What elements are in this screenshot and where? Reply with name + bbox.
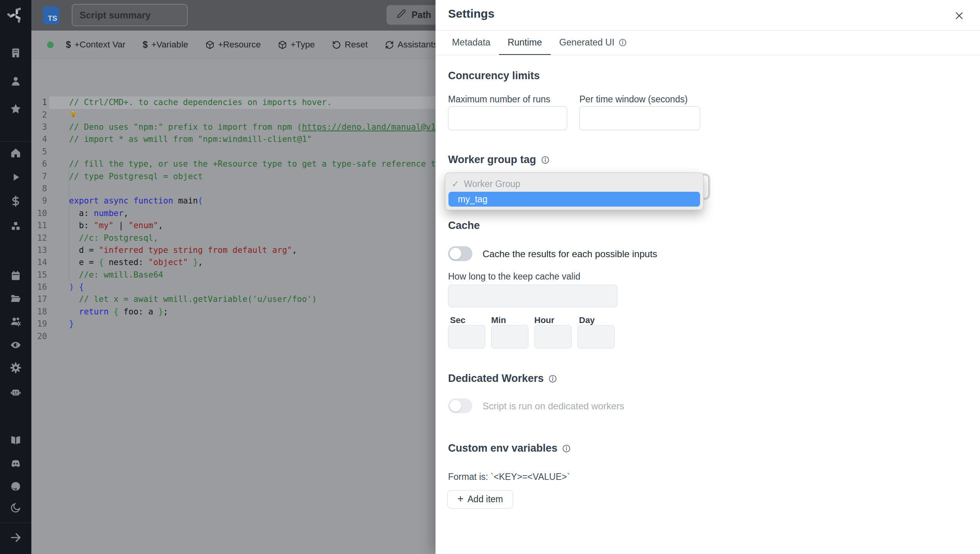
info-icon [562,444,571,453]
arrow-right-icon[interactable] [0,531,31,544]
boxes-icon[interactable] [0,220,31,232]
tab-runtime[interactable]: Runtime [499,31,551,55]
info-icon [619,38,627,47]
assistants-button[interactable]: Assistants ( [385,40,443,50]
cache-heading: Cache [448,220,480,232]
dropdown-option-worker-group[interactable]: ✓ Worker Group [445,176,703,192]
add-resource-button[interactable]: +Resource [205,40,261,50]
cube-icon [278,40,287,49]
cube-icon [205,40,214,49]
cache-toggle[interactable] [448,246,472,261]
time-window-input[interactable] [579,106,700,130]
day-label: Day [579,315,595,325]
max-runs-input[interactable] [448,106,567,130]
dollar-icon: $ [143,40,148,50]
tab-generated-ui[interactable]: Generated UI [551,31,635,55]
sec-label: Sec [450,315,465,325]
custom-env-heading: Custom env variables [448,442,571,454]
day-input[interactable] [577,325,615,349]
check-icon: ✓ [452,179,459,189]
home-icon[interactable] [0,147,31,159]
add-variable-button[interactable]: $ +Variable [143,40,188,50]
users-cog-icon[interactable] [0,316,31,327]
worker-group-heading: Worker group tag [448,154,550,166]
gear-icon[interactable] [0,362,31,374]
rotate-ccw-icon [332,40,341,49]
add-item-button[interactable]: + Add item [447,490,513,509]
lightbulb-icon[interactable] [69,110,79,122]
reset-button[interactable]: Reset [332,40,368,50]
user-icon[interactable] [0,75,31,87]
cache-toggle-label: Cache the results for each possible inpu… [483,249,657,260]
calendar-icon[interactable] [0,270,31,282]
eye-icon[interactable] [0,339,31,351]
hour-label: Hour [534,315,554,325]
building-icon[interactable] [0,47,31,59]
add-type-button[interactable]: +Type [278,40,315,50]
info-icon [541,156,550,164]
dollar-icon[interactable] [0,195,31,207]
book-open-icon[interactable] [0,434,31,446]
bot-icon[interactable] [0,386,31,398]
nav-sidebar [0,0,31,554]
windmill-script-editor: TS Path $ +Context Var $ +Variable +Reso… [0,0,980,554]
typescript-badge: TS [43,7,59,24]
tab-metadata[interactable]: Metadata [443,31,499,55]
info-icon [548,374,557,383]
hour-input[interactable] [534,325,572,349]
dropdown-option-my-tag[interactable]: my_tag [448,192,700,207]
dollar-icon: $ [66,40,71,50]
windmill-logo-icon[interactable] [7,6,24,25]
settings-drawer: Settings Metadata Runtime Generated UI C… [436,0,980,554]
path-button-label: Path [412,10,431,20]
status-dot [47,42,54,48]
refresh-icon [385,40,394,49]
settings-title: Settings [448,7,494,20]
indent-guide [69,170,69,281]
time-window-label: Per time window (seconds) [579,94,688,105]
dedicated-workers-heading: Dedicated Workers [448,372,557,385]
min-label: Min [491,315,506,325]
discord-icon[interactable] [0,458,31,469]
env-format-text: Format is: `<KEY>=<VALUE>` [448,472,570,482]
settings-tabs: Metadata Runtime Generated UI [443,31,635,55]
folder-open-icon[interactable] [0,292,31,304]
add-context-var-button[interactable]: $ +Context Var [66,40,125,50]
github-icon[interactable] [0,480,31,492]
dedicated-workers-toggle[interactable] [448,398,472,413]
cache-duration-input[interactable] [448,285,617,307]
worker-group-dropdown: ✓ Worker Group my_tag [445,173,704,210]
play-icon[interactable] [0,171,31,183]
moon-icon[interactable] [0,502,31,514]
close-icon[interactable] [952,9,966,23]
min-input[interactable] [491,325,528,349]
pencil-icon [397,9,406,21]
script-summary-input[interactable] [72,4,188,26]
concurrency-heading: Concurency limits [448,70,540,82]
cache-duration-label: How long to the keep cache valid [448,271,581,282]
dedicated-workers-toggle-label: Script is run on dedicated workers [483,401,624,412]
max-runs-label: Maximum number of runs [448,94,550,105]
sec-input[interactable] [448,325,485,349]
plus-icon: + [457,494,464,504]
star-icon[interactable] [0,103,31,114]
